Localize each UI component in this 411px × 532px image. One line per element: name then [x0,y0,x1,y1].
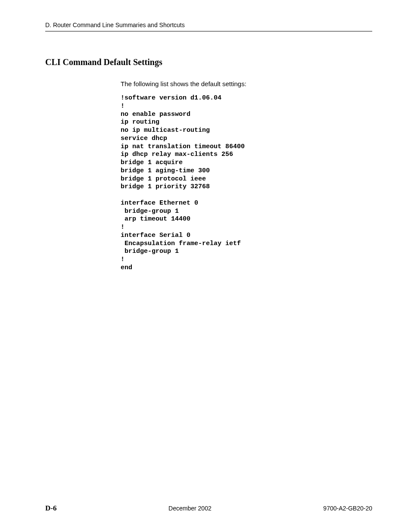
page-footer: D-6 December 2002 9700-A2-GB20-20 [45,504,372,513]
running-header: D. Router Command Line Summaries and Sho… [45,22,372,31]
page-container: D. Router Command Line Summaries and Sho… [0,0,411,532]
intro-text: The following list shows the default set… [121,80,372,87]
footer-date: December 2002 [168,505,212,512]
footer-page-number: D-6 [45,504,56,513]
content-block: The following list shows the default set… [121,80,372,272]
footer-doc-id: 9700-A2-GB20-20 [323,505,372,512]
section-title: CLI Command Default Settings [45,57,372,67]
cli-code-listing: !software version d1.06.04 ! no enable p… [121,94,372,272]
